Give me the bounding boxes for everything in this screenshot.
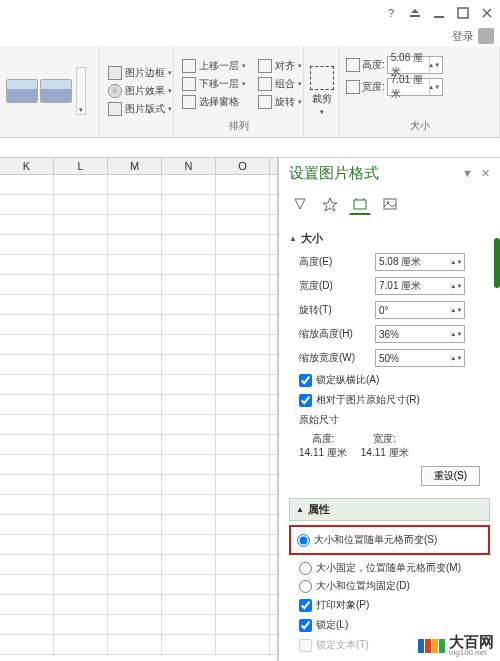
cell[interactable] <box>216 435 270 454</box>
table-row[interactable] <box>0 495 277 515</box>
table-row[interactable] <box>0 595 277 615</box>
cell[interactable] <box>216 195 270 214</box>
group-button[interactable]: 组合▾ <box>256 76 304 92</box>
cell[interactable] <box>216 215 270 234</box>
fill-tab-icon[interactable] <box>289 193 311 215</box>
cell[interactable] <box>54 395 108 414</box>
cell[interactable] <box>162 275 216 294</box>
cell[interactable] <box>108 235 162 254</box>
table-row[interactable] <box>0 275 277 295</box>
cell[interactable] <box>162 395 216 414</box>
properties-section-toggle[interactable]: ▲属性 <box>289 498 490 521</box>
cell[interactable] <box>162 575 216 594</box>
cell[interactable] <box>216 335 270 354</box>
cell[interactable] <box>216 515 270 534</box>
pane-close-icon[interactable]: ✕ <box>481 167 490 180</box>
cell[interactable] <box>108 515 162 534</box>
cell[interactable] <box>0 635 54 654</box>
cell[interactable] <box>108 415 162 434</box>
pane-scale-h-spinner[interactable]: 36%▲▼ <box>375 325 465 343</box>
cell[interactable] <box>0 415 54 434</box>
cell[interactable] <box>0 395 54 414</box>
cell[interactable] <box>54 555 108 574</box>
cell[interactable] <box>162 595 216 614</box>
close-icon[interactable] <box>480 6 494 20</box>
cell[interactable] <box>108 295 162 314</box>
cell[interactable] <box>0 335 54 354</box>
effects-tab-icon[interactable] <box>319 193 341 215</box>
table-row[interactable] <box>0 195 277 215</box>
cell[interactable] <box>108 455 162 474</box>
cell[interactable] <box>108 175 162 194</box>
cell[interactable] <box>0 435 54 454</box>
rotate-button[interactable]: 旋转▾ <box>256 94 304 110</box>
cell[interactable] <box>162 295 216 314</box>
table-row[interactable] <box>0 355 277 375</box>
cell[interactable] <box>162 455 216 474</box>
cell[interactable] <box>54 595 108 614</box>
table-row[interactable] <box>0 435 277 455</box>
height-spinner[interactable]: 5.08 厘米▲▼ <box>387 56 443 74</box>
send-backward-button[interactable]: 下移一层▾ <box>180 76 248 92</box>
picture-style-more[interactable]: ▾ <box>76 67 86 115</box>
table-row[interactable] <box>0 375 277 395</box>
cell[interactable] <box>54 635 108 654</box>
relative-orig-checkbox[interactable] <box>299 394 312 407</box>
cell[interactable] <box>0 255 54 274</box>
cell[interactable] <box>216 275 270 294</box>
cell[interactable] <box>54 235 108 254</box>
cell[interactable] <box>162 335 216 354</box>
cell[interactable] <box>108 555 162 574</box>
cell[interactable] <box>54 535 108 554</box>
table-row[interactable] <box>0 295 277 315</box>
cell[interactable] <box>54 335 108 354</box>
cell[interactable] <box>0 575 54 594</box>
picture-style-thumb[interactable] <box>6 79 38 103</box>
radio-move-nosize[interactable] <box>299 562 312 575</box>
table-row[interactable] <box>0 415 277 435</box>
cell[interactable] <box>108 635 162 654</box>
crop-button[interactable]: 裁剪 ▾ <box>310 66 334 116</box>
cell[interactable] <box>108 255 162 274</box>
cell[interactable] <box>216 395 270 414</box>
radio-move-size[interactable] <box>297 534 310 547</box>
cell[interactable] <box>108 535 162 554</box>
cell[interactable] <box>108 335 162 354</box>
table-row[interactable] <box>0 395 277 415</box>
cell[interactable] <box>162 535 216 554</box>
cell[interactable] <box>0 535 54 554</box>
cell[interactable] <box>108 395 162 414</box>
pane-rotation-spinner[interactable]: 0°▲▼ <box>375 301 465 319</box>
cell[interactable] <box>0 355 54 374</box>
cell[interactable] <box>108 595 162 614</box>
minimize-icon[interactable] <box>432 6 446 20</box>
cell[interactable] <box>0 595 54 614</box>
cell[interactable] <box>108 355 162 374</box>
picture-border-button[interactable]: 图片边框▾ <box>106 65 174 81</box>
pane-width-spinner[interactable]: 7.01 厘米▲▼ <box>375 277 465 295</box>
cell[interactable] <box>54 255 108 274</box>
cell[interactable] <box>54 295 108 314</box>
cell[interactable] <box>0 315 54 334</box>
cell[interactable] <box>162 435 216 454</box>
cell[interactable] <box>216 635 270 654</box>
table-row[interactable] <box>0 615 277 635</box>
table-row[interactable] <box>0 455 277 475</box>
table-row[interactable] <box>0 255 277 275</box>
cell[interactable] <box>162 195 216 214</box>
table-row[interactable] <box>0 315 277 335</box>
align-button[interactable]: 对齐▾ <box>256 58 304 74</box>
cell[interactable] <box>216 575 270 594</box>
print-object-checkbox[interactable] <box>299 599 312 612</box>
pane-scrollbar[interactable] <box>494 238 500 288</box>
cell[interactable] <box>108 275 162 294</box>
cell[interactable] <box>162 615 216 634</box>
table-row[interactable] <box>0 535 277 555</box>
cell[interactable] <box>54 495 108 514</box>
cell[interactable] <box>108 575 162 594</box>
cell[interactable] <box>54 375 108 394</box>
cell[interactable] <box>108 315 162 334</box>
table-row[interactable] <box>0 635 277 655</box>
radio-fixed[interactable] <box>299 580 312 593</box>
col-header[interactable]: M <box>108 158 162 174</box>
